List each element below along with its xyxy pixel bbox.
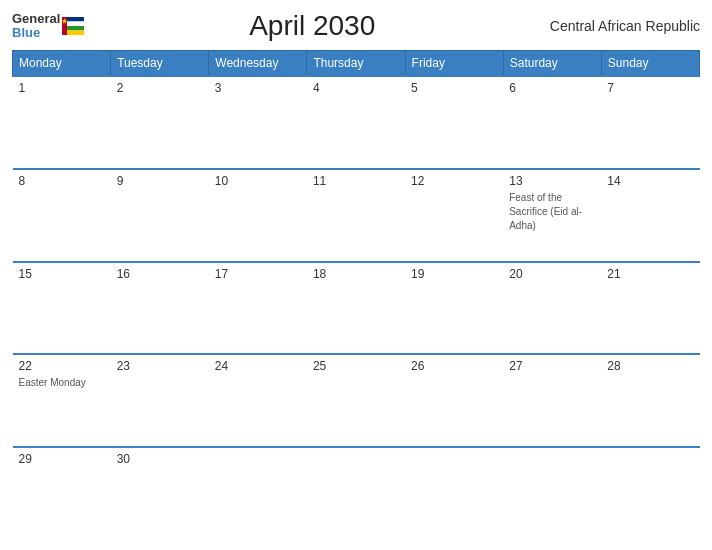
calendar-day-cell: 21: [601, 262, 699, 355]
calendar-day-cell: 19: [405, 262, 503, 355]
logo-blue-text: Blue: [12, 25, 40, 40]
logo-general-text: General: [12, 11, 60, 26]
day-number: 13: [509, 174, 595, 188]
calendar-title: April 2030: [84, 10, 540, 42]
day-number: 3: [215, 81, 301, 95]
day-number: 19: [411, 267, 497, 281]
calendar-day-cell: 15: [13, 262, 111, 355]
day-number: 26: [411, 359, 497, 373]
event-label: Easter Monday: [19, 377, 86, 388]
day-number: 7: [607, 81, 693, 95]
calendar-day-cell: 28: [601, 354, 699, 447]
logo-flag-icon: [62, 17, 84, 35]
calendar-week-row: 2930: [13, 447, 700, 540]
calendar-week-row: 8910111213Feast of the Sacrifice (Eid al…: [13, 169, 700, 262]
calendar-day-cell: [209, 447, 307, 540]
calendar-day-cell: 1: [13, 76, 111, 169]
calendar-day-cell: 27: [503, 354, 601, 447]
logo: General Blue: [12, 12, 84, 41]
calendar-week-row: 15161718192021: [13, 262, 700, 355]
day-number: 12: [411, 174, 497, 188]
calendar-day-cell: 3: [209, 76, 307, 169]
day-number: 14: [607, 174, 693, 188]
calendar-day-cell: 12: [405, 169, 503, 262]
calendar-day-cell: 23: [111, 354, 209, 447]
calendar-day-cell: 26: [405, 354, 503, 447]
calendar-day-cell: 14: [601, 169, 699, 262]
header-monday: Monday: [13, 51, 111, 77]
day-number: 28: [607, 359, 693, 373]
calendar-day-cell: 2: [111, 76, 209, 169]
day-number: 8: [19, 174, 105, 188]
calendar-day-cell: 30: [111, 447, 209, 540]
calendar-day-cell: 6: [503, 76, 601, 169]
calendar-day-cell: 8: [13, 169, 111, 262]
event-label: Feast of the Sacrifice (Eid al-Adha): [509, 192, 582, 231]
calendar-day-cell: 17: [209, 262, 307, 355]
day-number: 20: [509, 267, 595, 281]
calendar-week-row: 22Easter Monday232425262728: [13, 354, 700, 447]
header-wednesday: Wednesday: [209, 51, 307, 77]
calendar-day-cell: [503, 447, 601, 540]
day-number: 1: [19, 81, 105, 95]
calendar-day-cell: 25: [307, 354, 405, 447]
calendar-day-cell: 5: [405, 76, 503, 169]
calendar-day-cell: 9: [111, 169, 209, 262]
calendar-day-cell: [405, 447, 503, 540]
calendar-week-row: 1234567: [13, 76, 700, 169]
calendar-page: General Blue April 2030 Central African …: [0, 0, 712, 550]
header-friday: Friday: [405, 51, 503, 77]
header-saturday: Saturday: [503, 51, 601, 77]
day-number: 6: [509, 81, 595, 95]
day-number: 18: [313, 267, 399, 281]
day-number: 15: [19, 267, 105, 281]
day-number: 24: [215, 359, 301, 373]
calendar-table: Monday Tuesday Wednesday Thursday Friday…: [12, 50, 700, 540]
day-number: 2: [117, 81, 203, 95]
calendar-header: General Blue April 2030 Central African …: [12, 10, 700, 42]
calendar-day-cell: 7: [601, 76, 699, 169]
calendar-day-cell: 24: [209, 354, 307, 447]
day-number: 22: [19, 359, 105, 373]
calendar-day-cell: 29: [13, 447, 111, 540]
day-number: 17: [215, 267, 301, 281]
calendar-day-cell: 4: [307, 76, 405, 169]
region-title: Central African Republic: [540, 18, 700, 34]
day-number: 10: [215, 174, 301, 188]
weekday-header-row: Monday Tuesday Wednesday Thursday Friday…: [13, 51, 700, 77]
calendar-day-cell: 13Feast of the Sacrifice (Eid al-Adha): [503, 169, 601, 262]
day-number: 29: [19, 452, 105, 466]
calendar-day-cell: 18: [307, 262, 405, 355]
day-number: 23: [117, 359, 203, 373]
calendar-day-cell: 11: [307, 169, 405, 262]
day-number: 21: [607, 267, 693, 281]
day-number: 9: [117, 174, 203, 188]
calendar-day-cell: 20: [503, 262, 601, 355]
day-number: 11: [313, 174, 399, 188]
calendar-day-cell: 22Easter Monday: [13, 354, 111, 447]
day-number: 25: [313, 359, 399, 373]
header-sunday: Sunday: [601, 51, 699, 77]
calendar-day-cell: [601, 447, 699, 540]
day-number: 5: [411, 81, 497, 95]
header-thursday: Thursday: [307, 51, 405, 77]
calendar-day-cell: 10: [209, 169, 307, 262]
header-tuesday: Tuesday: [111, 51, 209, 77]
calendar-day-cell: 16: [111, 262, 209, 355]
day-number: 30: [117, 452, 203, 466]
day-number: 27: [509, 359, 595, 373]
calendar-day-cell: [307, 447, 405, 540]
day-number: 4: [313, 81, 399, 95]
day-number: 16: [117, 267, 203, 281]
